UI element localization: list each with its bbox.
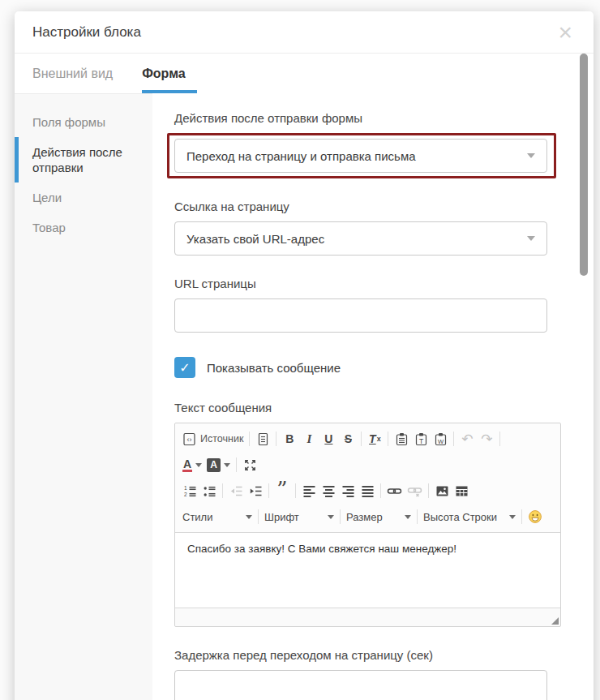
bulleted-list-button[interactable] <box>199 481 219 500</box>
strikethrough-icon: S <box>345 432 352 445</box>
toolbar-separator <box>453 432 454 446</box>
chevron-down-icon <box>527 153 535 158</box>
after-submit-action-select[interactable]: Переход на страницу и отправка письма <box>174 139 547 173</box>
bold-button[interactable]: B <box>280 429 299 449</box>
tab-form[interactable]: Форма <box>142 54 186 93</box>
styles-combo[interactable]: Стили <box>180 507 255 526</box>
toolbar-separator <box>258 509 259 524</box>
show-message-checkbox[interactable]: ✓ <box>174 357 195 378</box>
show-message-label: Показывать сообщение <box>207 361 341 375</box>
paste-button[interactable] <box>392 429 411 449</box>
italic-button[interactable]: I <box>299 429 319 449</box>
toolbar-separator <box>428 483 429 498</box>
sidebar: Поля формы Действия после отправки Цели … <box>15 93 152 700</box>
size-combo[interactable]: Размер <box>344 507 414 526</box>
page-url-label: URL страницы <box>174 277 574 290</box>
smiley-icon <box>528 509 542 524</box>
justify-button[interactable] <box>358 481 377 500</box>
source-code-icon: ‹› <box>182 432 196 446</box>
insert-link-button[interactable] <box>384 481 405 500</box>
action-select-label: Действия после отправки формы <box>174 111 574 125</box>
toolbar-separator <box>499 432 500 446</box>
toolbar-separator <box>340 509 341 524</box>
page-link-select[interactable]: Указать свой URL-адрес <box>174 221 547 256</box>
bulleted-list-icon <box>203 484 216 498</box>
increase-indent-button[interactable] <box>246 481 265 500</box>
block-settings-modal: Настройки блока × Внешний вид Форма Поля… <box>15 11 594 700</box>
sidebar-item-after-submit-actions[interactable]: Действия после отправки <box>15 137 152 183</box>
maximize-icon <box>243 458 257 472</box>
font-combo[interactable]: Шрифт <box>262 507 336 526</box>
numbered-list-button[interactable]: 12 <box>180 481 199 500</box>
background-color-button[interactable]: A <box>204 455 233 475</box>
source-button[interactable]: ‹› Источник <box>180 429 246 449</box>
unlink-button[interactable] <box>405 481 425 500</box>
blockquote-button[interactable]: ” <box>272 481 292 500</box>
underline-button[interactable]: U <box>319 429 338 449</box>
page-url-input[interactable] <box>186 309 535 323</box>
maximize-button[interactable] <box>240 455 259 475</box>
editor-status-bar <box>175 608 560 626</box>
after-submit-action-value: Переход на страницу и отправка письма <box>186 149 416 163</box>
redo-button[interactable]: ↷ <box>477 429 496 449</box>
bold-icon: B <box>285 432 294 445</box>
strikethrough-button[interactable]: S <box>338 429 358 449</box>
sidebar-item-product[interactable]: Товар <box>15 213 152 243</box>
svg-text:T: T <box>419 436 423 444</box>
sidebar-item-goals[interactable]: Цели <box>15 183 152 213</box>
smiley-button[interactable] <box>525 507 545 526</box>
delay-input[interactable] <box>186 681 535 694</box>
chevron-down-icon <box>527 236 535 241</box>
unlink-icon <box>407 484 422 498</box>
align-left-button[interactable] <box>299 481 319 500</box>
toolbar-separator <box>388 432 388 446</box>
insert-image-button[interactable] <box>432 481 452 500</box>
chevron-down-icon <box>405 515 411 519</box>
form-settings-panel: Действия после отправки формы Переход на… <box>152 93 594 700</box>
page-url-field-group: URL страницы <box>174 277 574 333</box>
undo-button[interactable]: ↶ <box>457 429 477 449</box>
text-color-button[interactable]: A <box>180 455 204 475</box>
align-right-icon <box>341 484 355 498</box>
insert-table-button[interactable] <box>452 481 471 500</box>
paste-plain-text-button[interactable]: T <box>411 429 431 449</box>
action-field-group: Действия после отправки формы Переход на… <box>174 111 574 178</box>
font-combo-label: Шрифт <box>264 511 299 523</box>
align-right-button[interactable] <box>338 481 358 500</box>
paste-from-word-icon: W <box>434 432 448 446</box>
scrollbar-thumb[interactable] <box>580 54 588 276</box>
numbered-list-icon: 12 <box>183 484 197 498</box>
svg-text:‹›: ‹› <box>187 435 192 443</box>
close-icon[interactable]: × <box>553 22 577 43</box>
align-left-icon <box>302 484 316 498</box>
line-height-combo[interactable]: Высота Строки <box>421 507 518 526</box>
remove-format-icon-x: x <box>377 435 381 443</box>
table-icon <box>455 484 469 498</box>
tab-bar: Внешний вид Форма <box>15 54 594 93</box>
sidebar-item-form-fields[interactable]: Поля формы <box>15 107 152 137</box>
size-combo-label: Размер <box>346 511 383 523</box>
toolbar-row-2: A A <box>180 452 555 478</box>
resize-handle[interactable] <box>551 617 559 625</box>
svg-text:2: 2 <box>184 492 187 497</box>
decrease-indent-button[interactable] <box>226 481 246 500</box>
paste-from-word-button[interactable]: W <box>431 429 450 449</box>
editor-toolbar: ‹› Источник <box>175 423 560 533</box>
editor-content-area[interactable]: Спасибо за заявку! С Вами свяжется наш м… <box>175 533 560 608</box>
blockquote-icon: ” <box>276 485 287 496</box>
align-center-button[interactable] <box>319 481 338 500</box>
align-center-icon <box>322 484 336 498</box>
delay-input-label: Задержка перед переходом на страницу (се… <box>174 648 574 662</box>
modal-body: Поля формы Действия после отправки Цели … <box>15 93 594 700</box>
redo-icon: ↷ <box>481 432 492 446</box>
tab-form-label: Форма <box>142 67 186 81</box>
remove-format-button[interactable]: Tx <box>365 429 384 449</box>
toolbar-separator <box>295 483 296 498</box>
background-color-icon: A <box>207 458 221 472</box>
show-message-row: ✓ Показывать сообщение <box>174 357 574 378</box>
chevron-down-icon <box>509 515 516 519</box>
paste-icon <box>395 432 409 446</box>
tab-appearance[interactable]: Внешний вид <box>32 54 113 93</box>
toolbar-separator <box>236 457 237 472</box>
templates-button[interactable] <box>253 429 272 449</box>
